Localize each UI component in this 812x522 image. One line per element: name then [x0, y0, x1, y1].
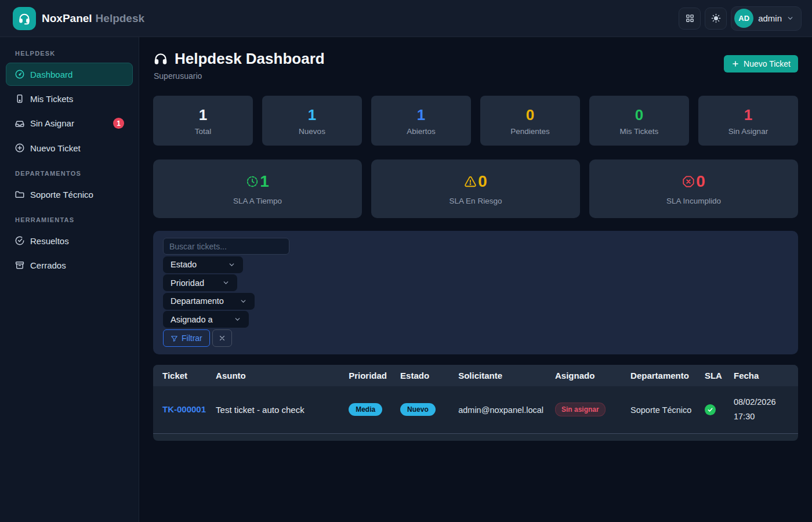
col-asignado: Asignado [550, 365, 626, 386]
estado-dropdown[interactable]: Estado [163, 256, 243, 273]
warning-triangle-icon [464, 175, 477, 188]
requester-email: admin@noxpanel.local [458, 405, 543, 415]
check-circle-icon [14, 235, 25, 246]
assigned-badge: Sin asignar [555, 403, 606, 416]
sla-value: 0 [478, 172, 487, 191]
sidebar-item-soporte-tecnico[interactable]: Soporte Técnico [6, 183, 133, 206]
sla-ok-icon [705, 404, 716, 415]
col-solicitante: Solicitante [454, 365, 550, 386]
ticket-time: 17:30 [734, 409, 793, 424]
chevron-down-icon [222, 279, 230, 287]
sidebar-item-nuevo-ticket[interactable]: Nuevo Ticket [6, 136, 133, 160]
stat-value: 0 [635, 106, 643, 124]
sidebar-item-label: Soporte Técnico [30, 190, 93, 200]
tickets-table: Ticket Asunto Prioridad Estado Solicitan… [153, 365, 798, 441]
new-ticket-label: Nuevo Ticket [744, 59, 791, 68]
prioridad-dropdown[interactable]: Prioridad [163, 274, 237, 291]
new-ticket-button[interactable]: Nuevo Ticket [724, 55, 798, 72]
priority-badge: Media [349, 403, 382, 416]
plus-icon [731, 60, 740, 68]
sidebar-item-cerrados[interactable]: Cerrados [6, 253, 133, 277]
page-title: Helpdesk Dashboard [175, 50, 325, 68]
filter-panel: Estado Prioridad Departamento Asignado a [153, 231, 798, 354]
dropdown-label: Prioridad [171, 278, 204, 288]
archive-icon [14, 260, 25, 270]
grid-icon [685, 13, 695, 23]
col-fecha: Fecha [729, 365, 798, 386]
sidebar-item-sin-asignar[interactable]: Sin Asignar 1 [6, 111, 133, 135]
stat-card-total: 1 Total [153, 96, 253, 146]
chevron-down-icon [228, 261, 235, 269]
main-content: Helpdesk Dashboard Superusuario Nuevo Ti… [139, 37, 812, 522]
col-departamento: Departamento [626, 365, 700, 386]
funnel-icon [171, 335, 178, 342]
sidebar-item-mis-tickets[interactable]: Mis Tickets [6, 87, 133, 110]
ticket-subject: Test ticket - auto check [216, 405, 304, 415]
sidebar-item-label: Mis Tickets [30, 94, 73, 104]
x-octagon-icon [682, 175, 695, 188]
stat-label: Total [195, 127, 212, 136]
stat-card-abiertos: 1 Abiertos [371, 96, 471, 146]
apps-grid-button[interactable] [679, 8, 701, 30]
stats-row: 1 Total 1 Nuevos 1 Abiertos 0 Pendientes… [153, 96, 798, 146]
sidebar-section-helpdesk: HELPDESK [6, 45, 133, 63]
sla-row: 1 SLA A Tiempo 0 SLA En Riesgo [153, 160, 798, 218]
col-asunto: Asunto [211, 365, 344, 386]
folder-icon [14, 189, 25, 200]
chevron-down-icon [240, 298, 247, 305]
theme-toggle-button[interactable] [705, 8, 727, 30]
brand-name: NoxPanel [42, 12, 92, 24]
ticket-date: 08/02/2026 [734, 395, 793, 409]
status-badge: Nuevo [400, 403, 436, 416]
sla-value: 1 [260, 172, 269, 191]
sla-label: SLA A Tiempo [233, 197, 282, 205]
sun-icon [711, 13, 721, 23]
sla-label: SLA Incumplido [666, 197, 721, 205]
stat-value: 1 [417, 106, 425, 124]
stat-card-nuevos: 1 Nuevos [262, 96, 362, 146]
sidebar-item-resueltos[interactable]: Resueltos [6, 229, 133, 252]
search-input[interactable] [163, 238, 289, 255]
sidebar-item-label: Dashboard [30, 70, 72, 79]
sidebar-item-label: Resueltos [30, 236, 69, 246]
stat-label: Pendientes [510, 127, 550, 136]
page-subtitle: Superusuario [154, 71, 325, 81]
dropdown-label: Asignado a [171, 315, 213, 324]
topbar: NoxPanelHelpdesk AD admin [0, 0, 812, 37]
stat-card-sin-asignar: 1 Sin Asignar [698, 96, 798, 146]
stat-value: 1 [308, 106, 316, 124]
clock-icon [246, 175, 259, 188]
departamento-dropdown[interactable]: Departamento [163, 293, 255, 310]
clear-filters-button[interactable] [212, 329, 232, 347]
user-menu[interactable]: AD admin [731, 6, 802, 31]
sidebar-item-label: Nuevo Ticket [30, 143, 81, 153]
inbox-icon [14, 118, 25, 129]
table-row[interactable]: TK-000001 Test ticket - auto check Media… [153, 386, 798, 433]
stat-label: Mis Tickets [620, 127, 659, 136]
table-header-row: Ticket Asunto Prioridad Estado Solicitan… [153, 365, 798, 386]
chevron-down-icon [234, 316, 241, 323]
sla-card-breached: 0 SLA Incumplido [589, 160, 798, 218]
sidebar-section-herramientas: HERRAMIENTAS [6, 212, 133, 229]
stat-card-pendientes: 0 Pendientes [480, 96, 580, 146]
stat-value: 1 [199, 106, 207, 124]
filter-button[interactable]: Filtrar [163, 329, 210, 347]
sla-card-at-risk: 0 SLA En Riesgo [371, 160, 580, 218]
chevron-down-icon [786, 14, 794, 22]
stat-label: Sin Asignar [728, 127, 768, 136]
sla-value: 0 [696, 172, 705, 191]
department-name: Soporte Técnico [630, 405, 691, 415]
stat-value: 1 [744, 106, 752, 124]
sla-label: SLA En Riesgo [449, 197, 502, 205]
close-icon [218, 334, 226, 342]
ticket-link[interactable]: TK-000001 [162, 404, 206, 414]
asignado-dropdown[interactable]: Asignado a [163, 311, 249, 328]
sidebar-item-label: Cerrados [30, 260, 66, 270]
plus-circle-icon [14, 143, 25, 153]
sidebar-item-dashboard[interactable]: Dashboard [6, 63, 133, 86]
app-logo [13, 7, 36, 30]
col-estado: Estado [396, 365, 454, 386]
sidebar-item-label: Sin Asignar [30, 118, 74, 128]
user-name: admin [758, 13, 782, 23]
brand-suffix: Helpdesk [96, 12, 144, 24]
